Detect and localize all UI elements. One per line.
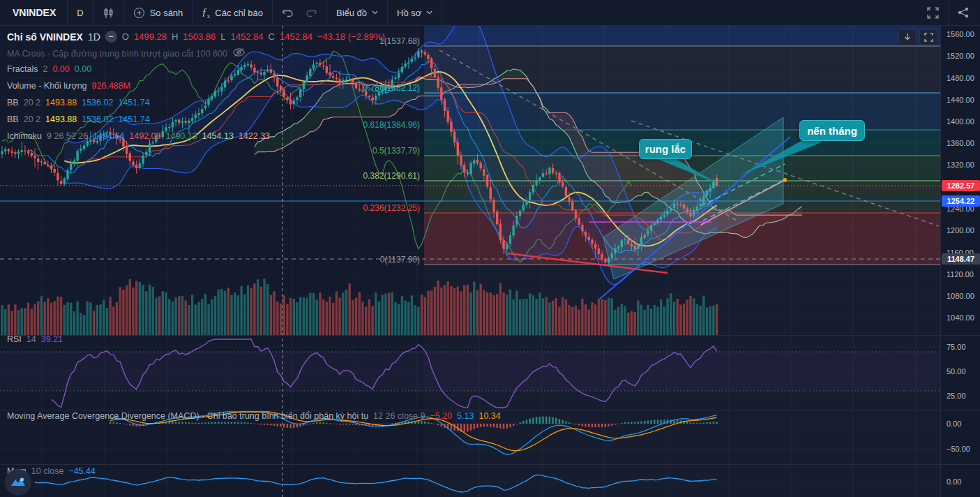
legend-text: 1493.88 xyxy=(45,114,77,124)
fractals-row[interactable]: Fractals20.000.00 xyxy=(7,64,91,74)
download-chart-button[interactable] xyxy=(898,29,917,45)
redo-button[interactable] xyxy=(303,0,326,26)
rsi-row[interactable]: RSI1439.21 xyxy=(7,334,63,344)
legend-text: 1493.88 xyxy=(45,98,77,107)
platform-logo[interactable] xyxy=(5,469,31,496)
share-button[interactable] xyxy=(949,0,980,26)
fullscreen-icon xyxy=(927,7,939,19)
chart-canvas[interactable] xyxy=(0,26,940,497)
eye-off-icon xyxy=(232,47,246,57)
axis-price-label: −50.00 xyxy=(947,445,970,453)
legend-text: 10 close xyxy=(31,466,64,476)
legend-text: 1536.02 xyxy=(82,98,113,107)
legend-text: 39.21 xyxy=(41,334,63,344)
axis-price-label: 1520.00 xyxy=(947,52,974,60)
toolbar-separator xyxy=(442,0,442,26)
axis-price-label: 1480.00 xyxy=(947,74,974,82)
candles-icon xyxy=(103,7,114,19)
callout-nến-tháng[interactable]: nến tháng xyxy=(799,120,865,141)
toolbar: VNINDEX D So sánh xyxy=(0,0,980,26)
axis-price-label: 0.00 xyxy=(947,420,961,428)
ichimoku-row[interactable]: Ichimoku9 26 52 261494.641492.081490.131… xyxy=(7,131,270,141)
axis-price-label: 1080.00 xyxy=(947,292,974,300)
legend-text: 1D xyxy=(88,31,100,43)
axis-price-label: 1400.00 xyxy=(947,117,974,126)
mountain-logo-icon xyxy=(10,474,27,491)
legend-text: 1494.64 xyxy=(93,131,124,141)
legend-text: 926.488M xyxy=(92,81,131,91)
legend-text: Volume - Khối lượng xyxy=(7,81,87,91)
plus-circle-icon xyxy=(133,7,145,19)
bb1-row[interactable]: BB20 21493.881536.021451.74 xyxy=(7,98,150,107)
legend-text: Fractals xyxy=(7,64,38,74)
pane-divider[interactable] xyxy=(0,464,980,465)
pane-divider[interactable] xyxy=(0,335,980,336)
axis-price-label: 50.00 xyxy=(947,367,966,376)
axis-price-label: 0.00 xyxy=(947,477,961,486)
undo-icon xyxy=(282,8,294,17)
profile-menu-button[interactable]: Hồ sơ xyxy=(388,0,442,26)
symbol-button[interactable]: VNINDEX xyxy=(0,0,67,26)
legend-text: 1451.74 xyxy=(118,114,149,124)
legend-text: 0.00 xyxy=(75,64,91,74)
undo-button[interactable] xyxy=(273,0,303,26)
ma-cross-row[interactable]: MA Cross - Cặp đường trung bình trượt gi… xyxy=(7,47,246,59)
price-axis[interactable]: 1560.001520.001480.001440.001400.001360.… xyxy=(940,26,980,497)
chart-style-button[interactable] xyxy=(93,0,123,26)
callout-rung-lắc[interactable]: rung lắc xyxy=(639,139,692,159)
legend-text: 1422.33 xyxy=(239,131,270,141)
legend-text: 14 xyxy=(27,334,36,344)
legend-text: 9 26 52 26 xyxy=(47,131,88,141)
legend-text: C xyxy=(269,31,275,42)
legend-text: −5.20 xyxy=(430,411,452,421)
legend-text: 5.13 xyxy=(457,411,474,421)
legend-text: Chỉ số VNINDEX xyxy=(7,31,83,43)
legend-text: 1490.13 xyxy=(166,131,197,141)
legend-text: 1454.13 xyxy=(202,131,234,141)
axis-price-label: 1040.00 xyxy=(947,313,974,322)
legend-text: −45.44 xyxy=(68,466,96,476)
eye-off-icon[interactable] xyxy=(232,47,246,59)
price-badge: 1254.22 xyxy=(942,195,980,207)
axis-price-label: 1560.00 xyxy=(947,30,974,38)
chart-menu-button[interactable]: Biểu đồ xyxy=(327,0,387,26)
legend-text: BB xyxy=(7,114,19,124)
legend-text: 0.00 xyxy=(52,64,69,74)
legend-text: Moving Average Covergence Divergence (MA… xyxy=(7,411,368,421)
legend-text: 10.34 xyxy=(478,411,500,421)
legend-text: 1451.74 xyxy=(118,98,149,107)
volume-row[interactable]: Volume - Khối lượng926.488M xyxy=(7,81,130,91)
legend-text: 12 26 close 9 xyxy=(373,411,425,421)
legend-text: O xyxy=(122,31,129,42)
screenshot-button[interactable] xyxy=(919,29,937,45)
indicators-button[interactable]: ƒx Các chỉ báo xyxy=(193,0,272,26)
macd-row[interactable]: Moving Average Covergence Divergence (MA… xyxy=(7,411,501,421)
legend-text: Ichimoku xyxy=(7,131,42,141)
compare-button[interactable]: So sánh xyxy=(124,0,193,26)
price-badge: 1282.57 xyxy=(942,180,980,191)
axis-price-label: 75.00 xyxy=(947,343,966,351)
price-badge: 1148.47 xyxy=(942,253,980,265)
fx-icon: ƒx xyxy=(202,6,210,20)
symbol-row[interactable]: Chỉ số VNINDEX1D−O1499.28H1503.86L1452.8… xyxy=(7,31,385,43)
legend-text: 1499.28 xyxy=(134,31,167,42)
interval-button[interactable]: D xyxy=(68,0,92,26)
axis-price-label: 1120.00 xyxy=(947,270,974,279)
legend-text: 20 2 xyxy=(24,98,40,107)
legend-text: H xyxy=(172,31,178,42)
legend-text: 20 2 xyxy=(24,114,40,124)
bb2-row[interactable]: BB20 21493.881536.021451.74 xyxy=(7,114,150,124)
fullscreen-button[interactable] xyxy=(918,0,948,26)
legend-text: 1536.02 xyxy=(82,114,113,124)
pane-divider[interactable] xyxy=(0,410,980,410)
axis-price-label: 1360.00 xyxy=(947,139,974,147)
trading-chart-app: VNINDEX D So sánh xyxy=(0,0,980,497)
collapse-legend-button[interactable]: − xyxy=(105,31,117,43)
axis-price-label: 1200.00 xyxy=(947,226,974,235)
axis-price-label: 25.00 xyxy=(947,392,966,400)
legend-text: L xyxy=(220,31,225,42)
chevron-down-icon xyxy=(372,10,378,15)
axis-price-label: 1320.00 xyxy=(947,161,974,169)
share-icon xyxy=(958,7,969,18)
legend-text: 1452.84 xyxy=(231,31,264,42)
